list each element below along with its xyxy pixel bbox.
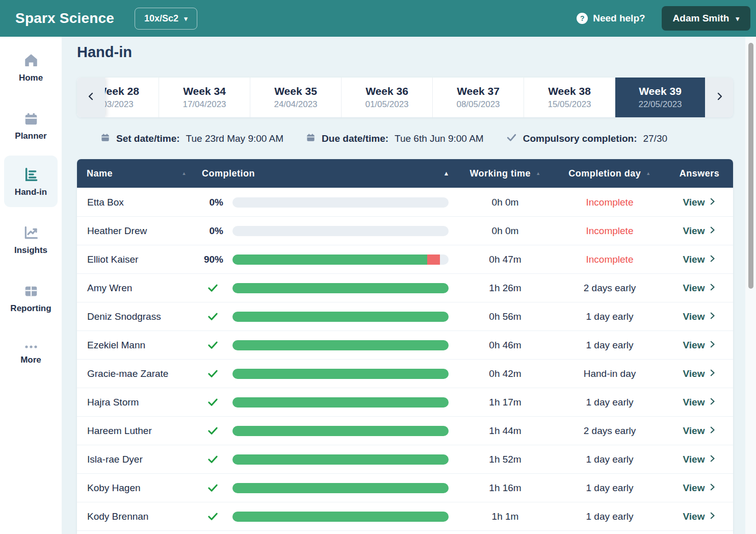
column-header-name[interactable]: Name ▲ xyxy=(77,168,202,179)
tabs-next-button[interactable] xyxy=(705,78,733,117)
tabs-prev-button[interactable] xyxy=(77,78,105,117)
tab-week-36[interactable]: Week 36 01/05/2023 xyxy=(342,78,433,117)
calendar-icon xyxy=(100,133,110,145)
chevron-right-icon xyxy=(709,340,716,350)
completion-cell: 0% xyxy=(202,197,457,208)
sidebar-item-more[interactable]: More xyxy=(4,343,58,365)
completion-day: 1 day early xyxy=(554,397,666,408)
class-selector-label: 10x/Sc2 xyxy=(144,13,178,24)
set-date-item: Set date/time: Tue 23rd May 9:00 AM xyxy=(100,133,283,145)
tab-week-37[interactable]: Week 37 08/05/2023 xyxy=(433,78,524,117)
user-name: Adam Smith xyxy=(673,13,729,24)
completion-bar-correct xyxy=(232,483,449,493)
column-header-completion[interactable]: Completion ▲ xyxy=(202,168,457,179)
student-name: Amy Wren xyxy=(77,283,202,294)
completion-cell xyxy=(202,311,457,322)
view-answers-link[interactable]: View xyxy=(666,283,733,294)
chevron-down-icon: ▾ xyxy=(184,15,188,22)
completion-bar xyxy=(232,483,449,493)
working-time: 1h 44m xyxy=(457,425,554,437)
top-bar: Sparx Science 10x/Sc2 ▾ ? Need help? Ada… xyxy=(0,0,756,37)
chevron-right-icon xyxy=(709,512,716,522)
view-answers-link[interactable]: View xyxy=(666,397,733,408)
sidebar-item-label: Planner xyxy=(4,131,58,141)
completion-day: 2 days early xyxy=(554,425,666,437)
completion-bar xyxy=(232,283,449,293)
completion-bar-correct xyxy=(232,283,449,293)
completion-bar xyxy=(232,512,449,522)
sidebar-item-hand-in[interactable]: Hand-in xyxy=(4,156,58,207)
view-answers-link[interactable]: View xyxy=(666,425,733,437)
completion-bar xyxy=(232,226,449,236)
table-row-partial xyxy=(77,530,733,534)
completion-bar-correct xyxy=(232,369,449,379)
view-answers-link[interactable]: View xyxy=(666,511,733,522)
scrollbar-thumb[interactable] xyxy=(748,43,753,289)
tab-week-34[interactable]: Week 34 17/04/2023 xyxy=(159,78,250,117)
view-answers-link[interactable]: View xyxy=(666,340,733,351)
student-name: Hareem Luther xyxy=(77,425,202,437)
view-answers-link[interactable]: View xyxy=(666,311,733,322)
brand-logo: Sparx Science xyxy=(15,10,114,27)
week-label: Week 36 xyxy=(366,85,408,97)
completion-percent: 90% xyxy=(204,254,223,265)
completion-cell xyxy=(202,368,457,379)
need-help-label: Need help? xyxy=(593,13,645,24)
chevron-right-icon xyxy=(709,426,716,436)
sidebar-item-home[interactable]: Home xyxy=(4,52,58,83)
completion-cell xyxy=(202,511,457,522)
view-answers-link[interactable]: View xyxy=(666,225,733,237)
completion-day: 1 day early xyxy=(554,340,666,351)
home-icon xyxy=(4,52,58,68)
completion-day: Hand-in day xyxy=(554,368,666,379)
view-answers-link[interactable]: View xyxy=(666,482,733,494)
view-answers-link[interactable]: View xyxy=(666,254,733,265)
table-row: Heather Drew 0% 0h 0m Incomplete View xyxy=(77,216,733,245)
week-date: 22/05/2023 xyxy=(638,99,682,110)
week-label: Week 38 xyxy=(548,85,591,97)
table-row: Hajra Storm 1h 17m 1 day early View xyxy=(77,388,733,416)
completion-bar xyxy=(232,197,449,208)
sort-asc-icon: ▲ xyxy=(182,171,187,176)
tab-week-35[interactable]: Week 35 24/04/2023 xyxy=(250,78,342,117)
completion-cell xyxy=(202,482,457,494)
tab-week-38[interactable]: Week 38 15/05/2023 xyxy=(524,78,615,117)
completed-check-icon xyxy=(202,453,223,465)
class-selector-dropdown[interactable]: 10x/Sc2 ▾ xyxy=(135,8,197,30)
week-tabs: Week 28 03/2023 Week 34 17/04/2023 Week … xyxy=(77,78,733,117)
working-time: 1h 17m xyxy=(457,397,554,408)
need-help-button[interactable]: ? Need help? xyxy=(577,13,645,24)
view-answers-link[interactable]: View xyxy=(666,197,733,208)
user-menu-button[interactable]: Adam Smith ▾ xyxy=(662,6,750,31)
working-time: 0h 46m xyxy=(457,340,554,351)
sidebar-item-planner[interactable]: Planner xyxy=(4,111,58,141)
completion-bar-correct xyxy=(232,426,449,436)
column-label: Completion xyxy=(202,168,255,179)
tab-week-39-selected[interactable]: Week 39 22/05/2023 xyxy=(615,78,705,117)
table-row: Gracie-mae Zarate 0h 42m Hand-in day Vie… xyxy=(77,359,733,388)
completion-bar xyxy=(232,340,449,350)
column-header-working-time[interactable]: Working time ▲ xyxy=(457,168,554,179)
chevron-right-icon xyxy=(714,91,724,104)
check-icon xyxy=(506,132,517,145)
chevron-right-icon xyxy=(709,283,716,293)
completed-check-icon xyxy=(202,396,223,408)
completion-cell xyxy=(202,453,457,465)
sort-asc-icon-active: ▲ xyxy=(444,170,450,176)
completion-bar-correct xyxy=(232,255,427,265)
completion-bar-correct xyxy=(232,454,449,465)
completion-bar xyxy=(232,426,449,436)
column-header-completion-day[interactable]: Completion day ▲ xyxy=(554,168,666,179)
page-title: Hand-in xyxy=(77,44,132,61)
sidebar-item-insights[interactable]: Insights xyxy=(4,224,58,256)
chevron-right-icon xyxy=(709,369,716,379)
view-answers-link[interactable]: View xyxy=(666,368,733,379)
assignment-meta: Set date/time: Tue 23rd May 9:00 AM Due … xyxy=(100,131,667,147)
view-answers-link[interactable]: View xyxy=(666,454,733,465)
compulsory-label: Compulsory completion: xyxy=(523,133,637,144)
sidebar-item-reporting[interactable]: Reporting xyxy=(4,284,58,314)
ellipsis-icon xyxy=(4,343,58,350)
sidebar-item-label: Reporting xyxy=(4,303,58,314)
student-name: Isla-rae Dyer xyxy=(77,454,202,465)
week-label: Week 34 xyxy=(183,85,226,97)
